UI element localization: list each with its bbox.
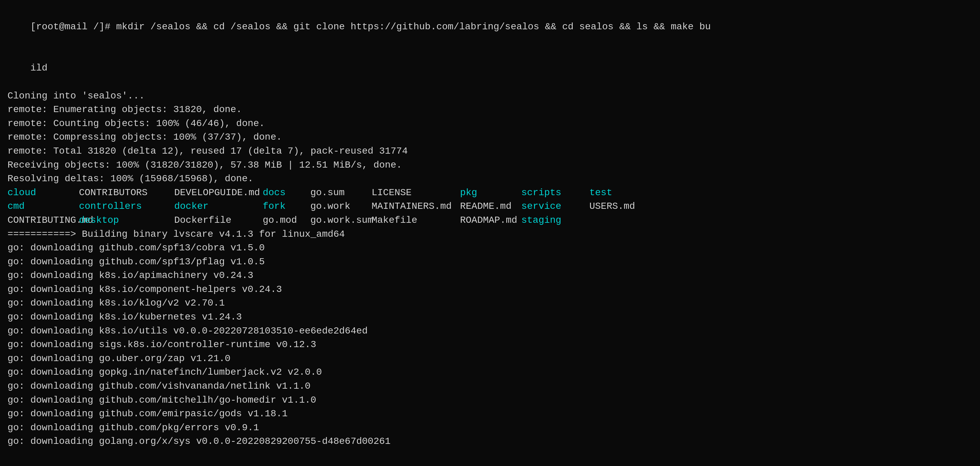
file-gosum: go.sum xyxy=(310,186,372,200)
go-dl-10: go: downloading github.com/vishvananda/n… xyxy=(8,380,972,393)
file-test: test xyxy=(589,186,651,200)
file-cloud: cloud xyxy=(8,186,79,200)
file-contributing: CONTRIBUTING.md xyxy=(8,214,79,228)
go-dl-4: go: downloading k8s.io/klog/v2 v2.70.1 xyxy=(8,296,972,310)
file-gomod: go.mod xyxy=(263,214,310,228)
go-dl-7: go: downloading sigs.k8s.io/controller-r… xyxy=(8,338,972,352)
file-roadmap: ROADMAP.md xyxy=(460,214,521,228)
cursor-line xyxy=(8,448,972,466)
file-listing-row1: cloud CONTRIBUTORS DEVELOPGUIDE.md docs … xyxy=(8,186,972,200)
command-line: [root@mail /]# mkdir /sealos && cd /seal… xyxy=(8,6,972,48)
file-listing-row2: cmd controllers docker fork go.work MAIN… xyxy=(8,199,972,214)
file-fork: fork xyxy=(263,199,310,214)
go-dl-0: go: downloading github.com/spf13/cobra v… xyxy=(8,241,972,255)
file-readme: README.md xyxy=(460,199,521,214)
file-developguide: DEVELOPGUIDE.md xyxy=(174,186,263,200)
go-dl-12: go: downloading github.com/emirpasic/god… xyxy=(8,407,972,421)
file-contributors: CONTRIBUTORS xyxy=(79,186,174,200)
file-makefile: Makefile xyxy=(372,214,460,228)
file-staging: staging xyxy=(521,214,589,228)
file-dockerfile: Dockerfile xyxy=(174,214,263,228)
file-docs: docs xyxy=(263,186,310,200)
go-dl-8: go: downloading go.uber.org/zap v1.21.0 xyxy=(8,352,972,366)
file-pkg: pkg xyxy=(460,186,521,200)
file-service: service xyxy=(521,199,589,214)
file-users: USERS.md xyxy=(589,199,651,214)
total-line: remote: Total 31820 (delta 12), reused 1… xyxy=(8,144,972,158)
file-maintainers: MAINTAINERS.md xyxy=(372,199,460,214)
file-gowork: go.work xyxy=(310,199,372,214)
go-dl-11: go: downloading github.com/mitchellh/go-… xyxy=(8,393,972,407)
file-cmd: cmd xyxy=(8,199,79,214)
go-dl-13: go: downloading github.com/pkg/errors v0… xyxy=(8,421,972,435)
file-license: LICENSE xyxy=(372,186,460,200)
go-dl-1: go: downloading github.com/spf13/pflag v… xyxy=(8,255,972,269)
go-dl-9: go: downloading gopkg.in/natefinch/lumbe… xyxy=(8,365,972,380)
enum-line: remote: Enumerating objects: 31820, done… xyxy=(8,103,972,117)
command-cont: ild xyxy=(8,48,972,89)
file-goworksum: go.work.sum xyxy=(310,214,372,228)
file-listing-row3: CONTRIBUTING.md desktop Dockerfile go.mo… xyxy=(8,214,972,228)
file-empty xyxy=(589,214,651,228)
go-dl-2: go: downloading k8s.io/apimachinery v0.2… xyxy=(8,269,972,283)
file-controllers: controllers xyxy=(79,199,174,214)
go-dl-14: go: downloading golang.org/x/sys v0.0.0-… xyxy=(8,435,972,448)
file-desktop: desktop xyxy=(79,214,174,228)
receive-line: Receiving objects: 100% (31820/31820), 5… xyxy=(8,158,972,172)
prompt: [root@mail /]# xyxy=(30,21,110,32)
count-line: remote: Counting objects: 100% (46/46), … xyxy=(8,117,972,131)
build-separator: ===========> Building binary lvscare v4.… xyxy=(8,228,972,241)
file-scripts: scripts xyxy=(521,186,589,200)
resolve-line: Resolving deltas: 100% (15968/15968), do… xyxy=(8,172,972,186)
command: mkdir /sealos && cd /sealos && git clone… xyxy=(110,21,711,32)
go-dl-3: go: downloading k8s.io/component-helpers… xyxy=(8,283,972,297)
terminal-window: [root@mail /]# mkdir /sealos && cd /seal… xyxy=(8,6,972,466)
clone-line: Cloning into 'sealos'... xyxy=(8,89,972,103)
go-dl-5: go: downloading k8s.io/kubernetes v1.24.… xyxy=(8,310,972,324)
file-docker: docker xyxy=(174,199,263,214)
go-dl-6: go: downloading k8s.io/utils v0.0.0-2022… xyxy=(8,324,972,338)
compress-line: remote: Compressing objects: 100% (37/37… xyxy=(8,131,972,144)
